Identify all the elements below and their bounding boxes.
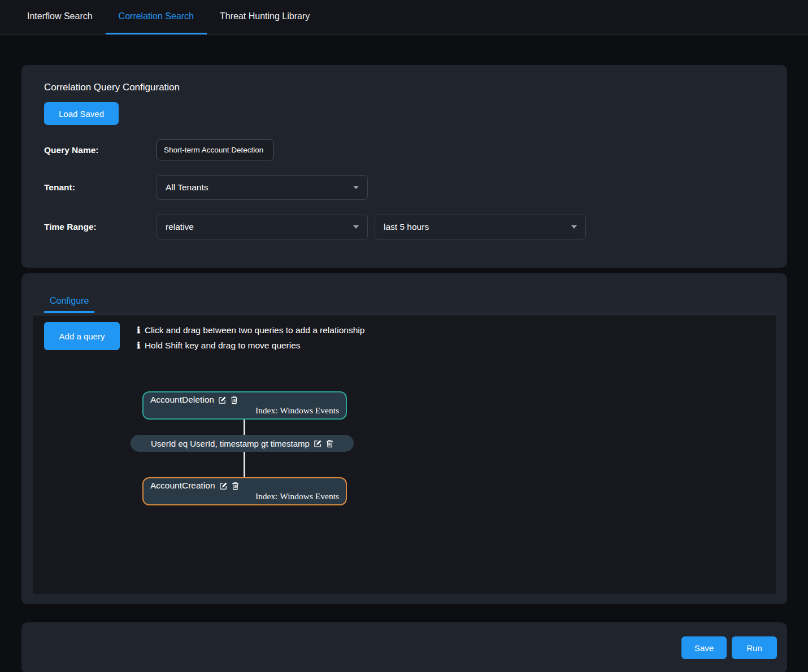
tenant-row: Tenant: All Tenants: [44, 175, 764, 200]
save-button[interactable]: Save: [681, 636, 727, 659]
tab-configure[interactable]: Configure: [44, 290, 94, 313]
configure-panel: Configure Add a query ℹ Click and drag b…: [21, 273, 787, 604]
tenant-selected-value: All Tenants: [166, 182, 208, 193]
time-range-mode-select[interactable]: relative: [157, 215, 368, 239]
time-range-row: Time Range: relative last 5 hours: [44, 215, 764, 239]
info-icon: ℹ: [137, 338, 140, 353]
edit-icon[interactable]: [314, 439, 322, 448]
query-canvas: Add a query ℹ Click and drag between two…: [33, 316, 776, 594]
time-range-window-value: last 5 hours: [384, 222, 429, 232]
trash-icon[interactable]: [326, 439, 333, 448]
trash-icon[interactable]: [232, 482, 239, 490]
config-panel-title: Correlation Query Configuration: [44, 82, 764, 93]
tenant-select[interactable]: All Tenants: [157, 175, 368, 200]
trash-icon[interactable]: [231, 396, 238, 404]
tab-interflow-search[interactable]: Interflow Search: [14, 0, 106, 34]
query-node-accountcreation[interactable]: AccountCreation: [142, 477, 347, 505]
time-range-window-select[interactable]: last 5 hours: [375, 215, 586, 239]
canvas-hints: ℹ Click and drag between two queries to …: [137, 322, 364, 353]
query-name-label: Query Name:: [44, 145, 157, 155]
relationship-pill[interactable]: UserId eq UserId, timestamp gt timestamp: [131, 435, 354, 452]
run-button[interactable]: Run: [732, 636, 777, 659]
query-node-index: Index: Windows Events: [150, 491, 339, 501]
time-range-label: Time Range:: [44, 222, 157, 232]
time-range-mode-value: relative: [166, 222, 194, 232]
tenant-label: Tenant:: [44, 182, 157, 193]
query-name-row: Query Name:: [44, 139, 764, 160]
info-icon: ℹ: [137, 322, 140, 338]
chevron-down-icon: [353, 225, 359, 229]
query-name-input[interactable]: [157, 139, 274, 160]
edit-icon[interactable]: [218, 396, 227, 404]
hint-move: ℹ Hold Shift key and drag to move querie…: [137, 338, 364, 353]
hint-text: Click and drag between two queries to ad…: [145, 322, 364, 338]
canvas-header: Add a query ℹ Click and drag between two…: [33, 316, 776, 353]
app-root: Interflow Search Correlation Search Thre…: [0, 0, 808, 672]
chevron-down-icon: [353, 186, 359, 189]
tab-threat-hunting-library[interactable]: Threat Hunting Library: [207, 0, 323, 34]
configure-tabs-row: Configure: [33, 290, 776, 313]
footer-actions-panel: Save Run: [21, 622, 787, 672]
load-saved-button[interactable]: Load Saved: [44, 102, 119, 125]
node-title-row: AccountCreation: [150, 481, 339, 491]
chevron-down-icon: [571, 225, 577, 229]
correlation-query-config-panel: Correlation Query Configuration Load Sav…: [21, 65, 787, 268]
hint-text: Hold Shift key and drag to move queries: [145, 338, 301, 353]
top-nav: Interflow Search Correlation Search Thre…: [0, 0, 808, 35]
query-node-accountdeletion[interactable]: AccountDeletion: [142, 391, 347, 420]
tab-correlation-search[interactable]: Correlation Search: [106, 0, 207, 34]
node-title-row: AccountDeletion: [150, 395, 339, 405]
query-node-index: Index: Windows Events: [150, 405, 339, 416]
query-node-title: AccountDeletion: [150, 395, 214, 405]
relationship-label: UserId eq UserId, timestamp gt timestamp: [151, 439, 310, 448]
hint-relationship: ℹ Click and drag between two queries to …: [137, 322, 364, 338]
add-query-button[interactable]: Add a query: [44, 322, 120, 350]
query-node-title: AccountCreation: [150, 481, 215, 491]
edit-icon[interactable]: [219, 482, 228, 490]
